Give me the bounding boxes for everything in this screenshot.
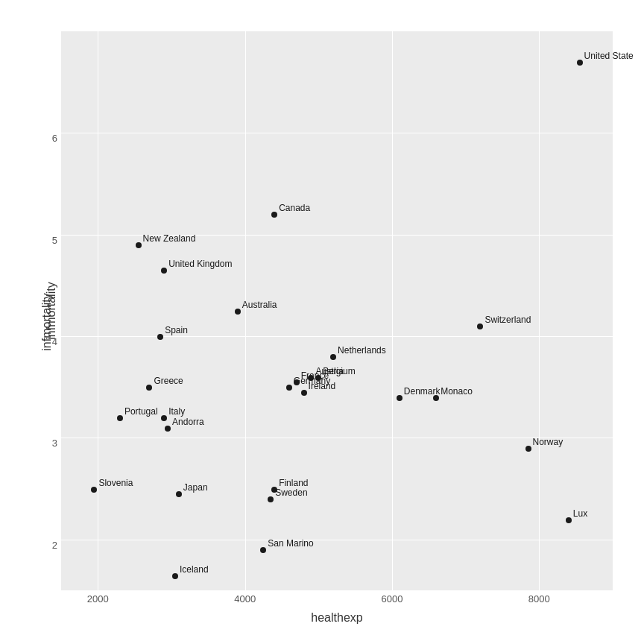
data-point-netherlands: Netherlands <box>330 350 336 363</box>
point-label: Netherlands <box>338 345 386 356</box>
point-label: Portugal <box>124 406 158 417</box>
dot-icon <box>117 415 123 421</box>
x-tick-label: 8000 <box>528 590 550 604</box>
dot-icon <box>165 426 171 432</box>
dot-icon <box>91 487 97 493</box>
dot-icon <box>172 573 178 579</box>
dot-icon <box>268 496 274 502</box>
dot-icon <box>301 390 307 396</box>
x-axis-label: healthexp <box>61 611 613 625</box>
point-label: Slovenia <box>98 478 133 488</box>
dot-icon <box>433 395 439 401</box>
point-label: San Marino <box>268 538 313 549</box>
point-label: New Zealand <box>143 233 196 244</box>
grid-line-h <box>61 540 613 540</box>
data-point-norway: Norway <box>525 441 531 455</box>
point-label: Switzerland <box>484 315 531 325</box>
point-label: Lux <box>573 508 587 519</box>
dot-icon <box>577 60 583 66</box>
data-point-switzerland: Switzerland <box>477 319 483 332</box>
dot-icon <box>157 334 163 340</box>
data-point-japan: Japan <box>176 487 182 500</box>
grid-line-v <box>98 31 98 590</box>
data-point-iceland: Iceland <box>172 569 178 582</box>
dot-icon <box>271 212 277 218</box>
dot-icon <box>235 309 241 315</box>
dot-icon <box>525 446 531 452</box>
dot-icon <box>566 517 572 523</box>
x-tick-label: 2000 <box>87 590 109 604</box>
dot-icon <box>260 547 266 553</box>
data-point-new-zealand: New Zealand <box>136 238 142 251</box>
dot-icon <box>330 354 336 360</box>
grid-line-h <box>61 438 613 438</box>
point-label: Australia <box>242 300 277 310</box>
point-label: Canada <box>279 203 310 213</box>
data-point-andorra: Andorra <box>165 421 171 435</box>
point-label: Italy <box>168 406 185 417</box>
point-label: Andorra <box>172 417 204 427</box>
data-point-lux: Lux <box>566 513 572 526</box>
data-point-monaco: Monaco <box>433 391 439 404</box>
point-label: Norway <box>533 437 564 447</box>
data-point-germany: Germany <box>286 380 292 394</box>
point-label: Spain <box>165 325 188 335</box>
data-point-ireland: Ireland <box>301 385 307 399</box>
y-axis-label: infmortality <box>45 282 58 339</box>
point-label: Greece <box>154 376 183 386</box>
plot-area: 234562000400060008000infmortalityUnited … <box>61 31 613 590</box>
data-point-sweden: Sweden <box>268 492 274 505</box>
data-point-greece: Greece <box>146 380 152 394</box>
grid-line-v <box>245 31 246 590</box>
point-label: Finland <box>279 478 308 488</box>
dot-icon <box>161 268 167 274</box>
dot-icon <box>477 323 483 329</box>
dot-icon <box>397 395 402 401</box>
point-label: Sweden <box>275 487 307 498</box>
dot-icon <box>286 385 292 391</box>
point-label: Ireland <box>309 381 336 391</box>
chart-wrapper: infmortality 234562000400060008000infmor… <box>16 16 628 628</box>
point-label: Japan <box>183 482 208 493</box>
grid-line-h <box>61 133 613 133</box>
dot-icon <box>146 385 152 391</box>
data-point-spain: Spain <box>157 329 163 343</box>
point-label: United Kingdom <box>168 259 232 269</box>
point-label: Iceland <box>180 564 209 575</box>
grid-line-v <box>392 31 393 590</box>
point-label: United State <box>584 51 634 61</box>
data-point-canada: Canada <box>271 207 277 221</box>
data-point-san-marino: San Marino <box>260 543 266 556</box>
data-point-slovenia: Slovenia <box>91 482 97 496</box>
grid-line-v <box>539 31 540 590</box>
data-point-denmark: Denmark <box>397 391 402 404</box>
point-label: Monaco <box>441 386 473 397</box>
data-point-united-kingdom: United Kingdom <box>161 263 167 277</box>
data-point-united-state: United State <box>577 55 583 69</box>
grid-line-h <box>61 336 613 337</box>
data-point-portugal: Portugal <box>117 411 123 424</box>
chart-container: infmortality 234562000400060008000infmor… <box>0 0 644 644</box>
dot-icon <box>176 491 182 497</box>
x-tick-label: 4000 <box>234 590 256 604</box>
data-point-australia: Australia <box>235 304 241 318</box>
dot-icon <box>136 242 142 248</box>
x-tick-label: 6000 <box>382 590 403 604</box>
